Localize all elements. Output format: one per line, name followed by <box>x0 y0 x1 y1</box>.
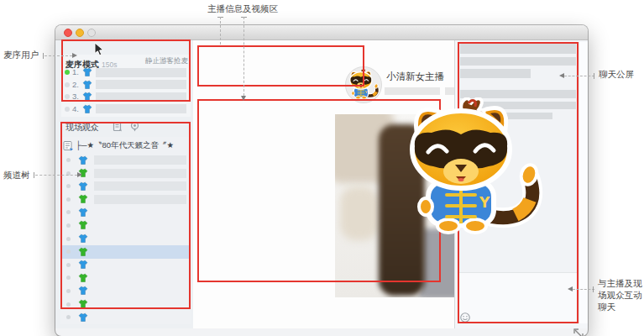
queue-number: 3. <box>72 92 79 101</box>
photo-bg-block <box>340 186 379 240</box>
online-status-dot <box>65 82 70 87</box>
mic-queue-item[interactable]: 1. <box>61 66 191 79</box>
channel-title[interactable]: ├─★〝80年代天籁之音〞★ <box>76 140 174 151</box>
mic-queue-item[interactable]: 3. <box>61 91 191 103</box>
member-shirt-icon <box>78 312 88 323</box>
member-shirt-icon <box>78 260 88 270</box>
tree-member-row[interactable] <box>60 206 191 219</box>
member-shirt-icon <box>78 273 88 283</box>
member-shirt-icon <box>78 286 88 296</box>
photo-hair-left <box>379 124 425 296</box>
member-dot <box>66 289 71 293</box>
channel-tree-panel: ├─★〝80年代天籁之音〞★ <box>60 137 191 324</box>
blurred-chat-message <box>460 43 576 54</box>
queue-number: 1. <box>72 67 79 76</box>
channel-node-icon <box>63 140 74 151</box>
online-status-dot <box>65 70 70 75</box>
screenshot-stage: Y <box>0 0 644 336</box>
blurred-name-bar <box>96 68 186 77</box>
callout-broadcaster-area: 主播信息及视频区 <box>207 3 278 15</box>
member-list-icon[interactable] <box>113 121 123 133</box>
avatar-mascot-art <box>347 69 380 101</box>
member-shirt-icon <box>78 194 88 204</box>
location-pin-icon[interactable] <box>129 121 140 133</box>
member-dot <box>66 210 71 214</box>
tree-member-row[interactable] <box>60 180 191 193</box>
public-chat-screen[interactable] <box>458 42 579 323</box>
broadcaster-avatar[interactable] <box>345 66 382 103</box>
member-shirt-icon <box>82 104 92 114</box>
audience-label: 现场观众 <box>65 122 99 134</box>
member-shirt-icon <box>78 220 88 230</box>
member-shirt-icon <box>78 155 88 165</box>
online-status-dot <box>65 94 70 99</box>
member-dot <box>66 302 71 307</box>
tree-member-row[interactable] <box>60 245 191 259</box>
member-dot <box>66 276 71 280</box>
blurred-name-bar <box>94 195 186 204</box>
minimize-button[interactable] <box>76 29 84 37</box>
left-sidebar: 麦序模式150s 静止游客抢麦 1.2.3.4. 现场观众 <box>55 40 194 328</box>
callout-channel-tree: 频道树 <box>3 170 30 181</box>
tree-member-row[interactable] <box>60 219 191 233</box>
member-shirt-icon <box>78 299 88 309</box>
blurred-chat-message <box>460 69 531 78</box>
guest-mic-rule-label[interactable]: 静止游客抢麦 <box>145 56 188 66</box>
blurred-name-bar <box>94 155 186 165</box>
mic-queue-header: 麦序模式150s 静止游客抢麦 <box>61 55 191 66</box>
blurred-name-bar <box>96 92 186 102</box>
channel-tree-header[interactable]: ├─★〝80年代天籁之音〞★ <box>60 137 191 154</box>
mouse-cursor <box>94 42 104 56</box>
blurred-name-bar <box>96 80 186 89</box>
member-shirt-icon <box>82 67 92 77</box>
member-dot <box>66 315 71 319</box>
member-dot <box>66 249 71 254</box>
mic-queue-panel: 麦序模式150s 静止游客抢麦 1.2.3.4. <box>61 55 191 117</box>
member-dot <box>66 184 71 188</box>
callout-interact-chat: 与主播及现 场观众互动 聊天 <box>598 277 642 312</box>
member-dot <box>66 223 71 228</box>
blurred-name-bar <box>94 181 186 191</box>
queue-number: 2. <box>72 80 79 89</box>
mic-queue-list: 1.2.3.4. <box>61 66 191 115</box>
tree-member-row[interactable] <box>60 285 191 298</box>
queue-number: 4. <box>72 104 79 113</box>
member-shirt-icon <box>78 234 88 244</box>
member-dot <box>66 263 71 267</box>
member-shirt-icon <box>78 207 88 218</box>
app-window: 麦序模式150s 静止游客抢麦 1.2.3.4. 现场观众 <box>55 25 588 336</box>
member-shirt-icon <box>78 247 88 257</box>
tree-member-row[interactable] <box>60 193 191 207</box>
chat-input-area[interactable] <box>458 273 579 323</box>
blurred-chat-message <box>460 57 576 66</box>
blurred-chat-message <box>460 102 576 109</box>
online-status-dot <box>65 107 70 112</box>
member-shirt-icon <box>78 181 88 192</box>
close-button[interactable] <box>64 29 72 37</box>
mic-queue-item[interactable]: 4. <box>61 103 191 116</box>
chat-scrollbar-track[interactable] <box>579 42 588 323</box>
tree-member-row[interactable] <box>60 271 191 285</box>
broadcaster-name: 小清新女主播 <box>386 71 444 83</box>
blurred-chat-message <box>460 113 552 119</box>
member-shirt-icon <box>82 92 92 102</box>
tree-member-row[interactable] <box>60 154 191 167</box>
window-titlebar[interactable] <box>55 25 588 40</box>
channel-member-list <box>60 154 191 324</box>
callout-mic-users: 麦序用户 <box>3 50 39 61</box>
blurred-name-bar <box>94 169 186 178</box>
member-shirt-icon <box>82 80 92 90</box>
zoom-button[interactable] <box>87 29 96 37</box>
emoticon-button[interactable] <box>459 312 471 323</box>
tree-member-row[interactable] <box>60 259 191 272</box>
blurred-name-bar <box>96 104 186 113</box>
tree-member-row[interactable] <box>60 298 191 312</box>
mic-queue-item[interactable]: 2. <box>61 79 191 92</box>
tree-member-row[interactable] <box>60 233 191 246</box>
center-stage: 小清新女主播 <box>193 40 454 328</box>
member-dot <box>66 158 71 162</box>
blurred-chat-message <box>460 90 576 98</box>
broadcaster-info-bar <box>385 87 440 95</box>
audience-header: 现场观众 <box>55 118 193 136</box>
tree-member-row[interactable] <box>60 311 191 324</box>
